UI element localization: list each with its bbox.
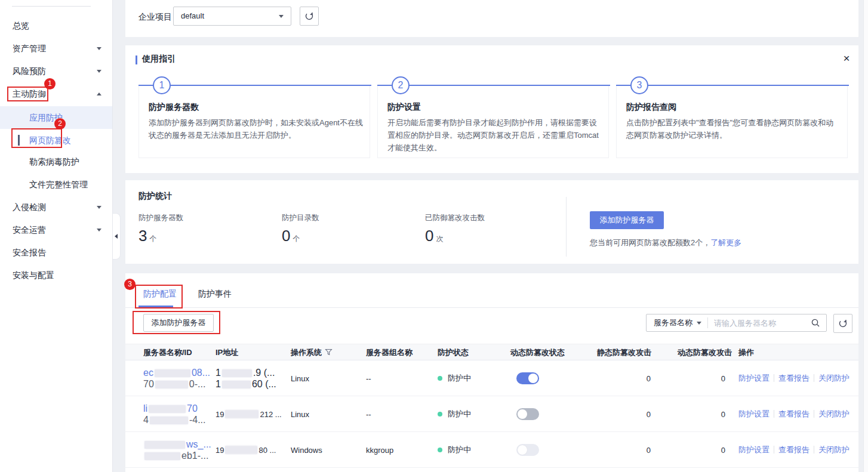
- filter-icon[interactable]: [325, 345, 333, 362]
- dynamic-attacks-cell: 0: [675, 445, 725, 454]
- server-name-link[interactable]: ec: [143, 368, 153, 378]
- dynamic-tamper-toggle-off[interactable]: [516, 408, 539, 420]
- scrollbar[interactable]: [863, 0, 868, 472]
- sidebar-item-proactive-defense[interactable]: 主动防御: [0, 82, 112, 105]
- step-line: [377, 85, 610, 86]
- add-protected-server-button[interactable]: 添加防护服务器: [590, 211, 664, 229]
- close-icon[interactable]: ×: [839, 51, 854, 66]
- usage-guide-title: 使用指引: [142, 54, 176, 64]
- disable-protection-link[interactable]: 关闭防护: [818, 445, 849, 455]
- col-protection-status: 防护状态: [438, 344, 469, 361]
- server-name-link[interactable]: ws_...: [186, 439, 211, 449]
- sidebar-item-security-report[interactable]: 安全报告: [0, 241, 112, 264]
- toggle-knob: [518, 445, 527, 455]
- ip-text: 1: [216, 368, 221, 378]
- os-cell: Windows: [291, 445, 322, 454]
- col-dynamic-status: 动态防篡改状态: [510, 344, 565, 361]
- annotation-badge-3: 3: [124, 279, 136, 290]
- protection-settings-link[interactable]: 防护设置: [738, 373, 769, 384]
- learn-more-link[interactable]: 了解更多: [710, 238, 741, 247]
- status-text: 防护中: [448, 374, 471, 382]
- ip-cell: 19212 ...: [216, 409, 282, 418]
- disable-protection-link[interactable]: 关闭防护: [818, 409, 849, 419]
- stat-value: 3个: [138, 227, 183, 245]
- os-cell: Linux: [291, 374, 309, 382]
- ip-text: 212 ...: [260, 409, 281, 418]
- chevron-up-icon: [97, 92, 101, 95]
- refresh-icon: [838, 318, 848, 329]
- tab-protection-config[interactable]: 防护配置: [143, 289, 177, 300]
- sidebar-item-label: 入侵检测: [13, 202, 46, 212]
- status-dot-green: [438, 448, 442, 452]
- step-description: 添加防护服务器到网页防篡改防护时，如未安装或Agent不在线状态的服务器是无法添…: [149, 116, 364, 141]
- sidebar-subitem-web-tamper-protection[interactable]: 网页防篡改: [0, 129, 112, 152]
- divider: [814, 446, 814, 454]
- step-description: 开启功能后需要有防护目录才能起到防护作用，请根据需要设置相应的防护目录。动态网页…: [387, 116, 602, 154]
- redacted-text: [222, 381, 251, 388]
- stat-protected-servers: 防护服务器数 3个: [138, 213, 183, 245]
- col-operation: 操作: [738, 344, 754, 361]
- ip-text: 19: [216, 445, 224, 454]
- sidebar-item-label: 安全运营: [13, 225, 46, 235]
- col-dynamic-attacks: 动态防篡改攻击: [678, 344, 732, 361]
- dynamic-tamper-toggle-off[interactable]: [516, 444, 539, 456]
- title-accent-bar: [136, 55, 137, 64]
- server-id: 70: [143, 379, 154, 389]
- sidebar-item-installation-config[interactable]: 安装与配置: [0, 264, 112, 286]
- search-field-select[interactable]: 服务器名称: [647, 314, 707, 331]
- sidebar-subitem-file-integrity[interactable]: 文件完整性管理: [0, 173, 112, 196]
- quota-text: 您当前可用网页防篡改配额数2个，了解更多: [590, 237, 741, 248]
- table-refresh-button[interactable]: [833, 314, 852, 333]
- col-label: 操作系统: [291, 348, 322, 357]
- protection-settings-link[interactable]: 防护设置: [738, 409, 769, 419]
- stat-number: 3: [138, 227, 147, 245]
- chevron-down-icon: [97, 47, 101, 50]
- disable-protection-link[interactable]: 关闭防护: [818, 373, 849, 384]
- protection-config-panel: 防护配置 防护事件 添加防护服务器 服务器名称 服务器名称/ID IP地址 操作…: [125, 273, 858, 472]
- step-line: [138, 85, 371, 86]
- server-group-cell: --: [366, 374, 371, 382]
- sidebar-subitem-ransomware-protection[interactable]: 勒索病毒防护: [0, 150, 112, 173]
- view-report-link[interactable]: 查看报告: [778, 373, 809, 384]
- server-name-link[interactable]: li: [143, 403, 147, 414]
- sidebar-item-risk-prevention[interactable]: 风险预防: [0, 60, 112, 82]
- dynamic-tamper-toggle-on[interactable]: [516, 372, 539, 384]
- stats-title: 防护统计: [138, 191, 172, 202]
- sidebar-item-label: 主动防御: [13, 89, 46, 98]
- server-name-link[interactable]: 08...: [192, 368, 210, 378]
- sidebar-collapse-handle[interactable]: [113, 213, 121, 260]
- server-name-link[interactable]: 70: [187, 403, 198, 414]
- enterprise-project-bar: 企业项目 default: [125, 0, 858, 37]
- col-ip: IP地址: [216, 344, 238, 361]
- stat-label: 防护目录数: [282, 213, 319, 223]
- step-number-badge: 2: [392, 76, 410, 94]
- enterprise-project-label: 企业项目: [138, 12, 172, 23]
- view-report-link[interactable]: 查看报告: [778, 409, 809, 419]
- redacted-text: [222, 369, 252, 377]
- search-input[interactable]: [708, 319, 811, 328]
- step-title: 防护设置: [387, 102, 421, 113]
- protection-settings-link[interactable]: 防护设置: [738, 445, 769, 455]
- table-header: 服务器名称/ID IP地址 操作系统 服务器组名称 防护状态 动态防篡改状态 静…: [125, 344, 858, 360]
- search-icon[interactable]: [811, 318, 820, 328]
- tab-separator: [125, 307, 858, 308]
- sidebar-item-intrusion-detection[interactable]: 入侵检测: [0, 196, 112, 218]
- collapse-left-icon: [115, 234, 118, 239]
- sidebar-item-asset-management[interactable]: 资产管理: [0, 37, 112, 60]
- static-attacks-cell: 0: [600, 409, 651, 418]
- quota-message: 您当前可用网页防篡改配额数2个，: [590, 238, 710, 247]
- sidebar-item-overview[interactable]: 总览: [0, 14, 112, 37]
- add-protected-server-button-secondary[interactable]: 添加防护服务器: [143, 314, 214, 332]
- enterprise-project-select[interactable]: default: [173, 7, 291, 26]
- redacted-text: [225, 410, 258, 418]
- refresh-button[interactable]: [300, 7, 319, 26]
- step-title: 防护报告查阅: [626, 102, 676, 113]
- os-cell: Linux: [291, 409, 309, 418]
- redacted-text: [155, 369, 190, 377]
- chevron-down-icon: [97, 206, 101, 209]
- view-report-link[interactable]: 查看报告: [778, 445, 809, 455]
- stat-number: 0: [282, 227, 290, 245]
- tab-protection-events[interactable]: 防护事件: [198, 289, 232, 300]
- sidebar-item-security-operations[interactable]: 安全运营: [0, 218, 112, 241]
- server-name-cell: li70 4-4...: [143, 403, 205, 425]
